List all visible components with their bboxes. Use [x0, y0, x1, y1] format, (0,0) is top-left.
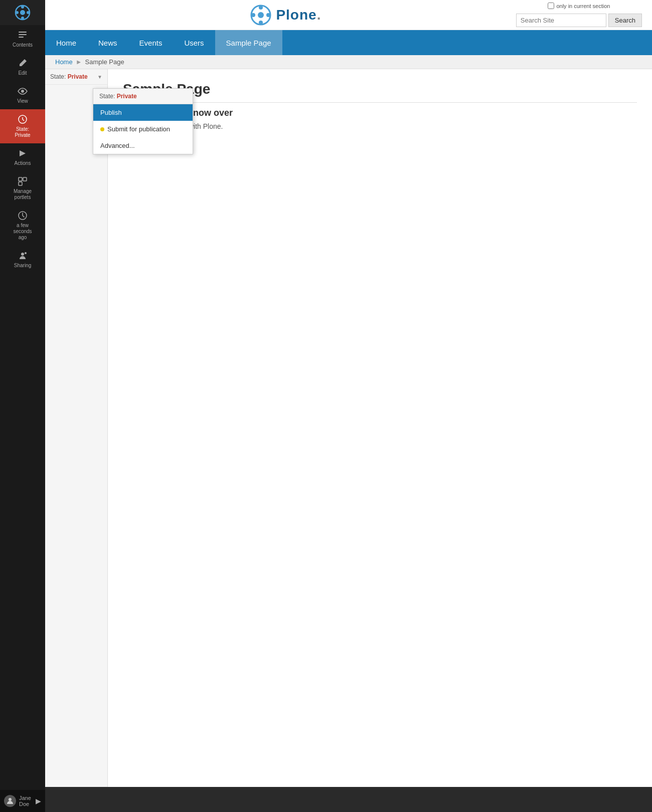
sidebar-item-sharing[interactable]: Sharing — [0, 246, 45, 274]
avatar — [4, 795, 16, 807]
state-dropdown-arrow: ▼ — [97, 74, 102, 80]
plone-logo-icon — [250, 4, 272, 26]
state-label: State: Private — [50, 73, 88, 80]
sidebar-edit-label: Edit — [18, 70, 27, 76]
search-button[interactable]: Search — [608, 14, 642, 27]
contents-icon — [18, 30, 28, 40]
page-body: Your new site is built with Plone. — [123, 122, 637, 130]
submit-label: Submit for publication — [107, 125, 170, 133]
plone-sidebar-icon — [15, 5, 31, 21]
dropdown-item-advanced[interactable]: Advanced... — [93, 137, 193, 154]
svg-rect-7 — [19, 34, 27, 35]
expand-arrow[interactable]: ▶ — [36, 797, 41, 805]
sharing-icon — [18, 251, 28, 261]
only-in-section-label: only in current section — [556, 3, 610, 9]
navbar: Home News Events Users Sample Page — [45, 30, 652, 55]
submit-dot — [100, 127, 104, 131]
svg-point-4 — [16, 11, 19, 14]
search-input[interactable] — [516, 14, 606, 27]
user-icon — [6, 797, 14, 805]
page-content: Sample Page The long wait is now over Yo… — [108, 69, 652, 787]
sidebar-item-view[interactable]: View — [0, 81, 45, 109]
svg-point-24 — [266, 13, 270, 17]
nav-home[interactable]: Home — [45, 30, 87, 55]
sidebar-item-edit[interactable]: Edit — [0, 53, 45, 81]
search-row: Search — [516, 14, 642, 27]
sidebar-state-label: State:Private — [15, 126, 30, 138]
sidebar-view-label: View — [17, 98, 28, 104]
sidebar-sharing-label: Sharing — [14, 263, 31, 269]
sidebar-portlets-label: Manageportlets — [14, 188, 32, 200]
svg-rect-13 — [23, 177, 27, 181]
breadcrumb-home[interactable]: Home — [55, 58, 73, 66]
state-value: Private — [68, 73, 88, 80]
svg-point-17 — [25, 252, 27, 254]
sidebar-item-contents[interactable]: Contents — [0, 25, 45, 53]
svg-rect-6 — [19, 32, 27, 33]
only-in-section-checkbox[interactable] — [548, 3, 554, 9]
sidebar-item-actions[interactable]: Actions — [0, 143, 45, 171]
advanced-label: Advanced... — [100, 142, 135, 149]
svg-point-22 — [259, 21, 263, 25]
svg-rect-14 — [19, 182, 22, 185]
logo-text: Plone. — [276, 7, 321, 23]
svg-rect-8 — [19, 37, 24, 38]
page-title: Sample Page — [123, 81, 637, 103]
toolbar-panel: State: Private ▼ State: Private Publish … — [45, 69, 108, 787]
user-name: Jane Doe — [19, 795, 33, 807]
svg-point-23 — [251, 13, 255, 17]
svg-point-20 — [258, 12, 264, 18]
svg-point-5 — [27, 11, 30, 14]
nav-news[interactable]: News — [87, 30, 128, 55]
dropdown-header-value: Private — [117, 93, 137, 100]
svg-point-3 — [21, 17, 24, 20]
state-dropdown: State: Private Publish Submit for public… — [93, 88, 193, 154]
page-subtitle: The long wait is now over — [123, 108, 637, 118]
sidebar-contents-label: Contents — [13, 42, 33, 48]
svg-point-2 — [21, 6, 24, 9]
nav-sample-page[interactable]: Sample Page — [215, 30, 282, 55]
logo-area: Plone. — [55, 4, 516, 26]
svg-point-18 — [9, 798, 12, 801]
sidebar-item-portlets[interactable]: Manageportlets — [0, 171, 45, 206]
sidebar-logo — [0, 0, 45, 25]
header: Plone. only in current section Search — [45, 0, 652, 30]
state-button[interactable]: State: Private ▼ — [45, 69, 107, 85]
portlets-icon — [18, 176, 28, 186]
edit-icon — [18, 58, 28, 68]
publish-label: Publish — [100, 109, 122, 116]
breadcrumb-current: Sample Page — [85, 58, 124, 66]
dropdown-item-submit[interactable]: Submit for publication — [93, 121, 193, 137]
sidebar-history-label: a fewsecondsago — [13, 223, 32, 241]
view-icon — [18, 86, 28, 96]
footer-bar — [45, 787, 652, 812]
sidebar: Contents Edit View State:Private Actions — [0, 0, 45, 812]
svg-rect-12 — [19, 177, 22, 181]
dropdown-item-publish[interactable]: Publish — [93, 104, 193, 121]
breadcrumb: Home ► Sample Page — [45, 55, 652, 69]
svg-point-16 — [21, 253, 24, 256]
actions-icon — [18, 148, 28, 158]
svg-marker-11 — [20, 150, 26, 156]
dropdown-header-prefix: State: Private — [99, 93, 137, 100]
svg-point-9 — [21, 90, 24, 93]
svg-point-21 — [259, 6, 263, 10]
sidebar-item-history[interactable]: a fewsecondsago — [0, 206, 45, 246]
main-area: Plone. only in current section Search Ho… — [45, 0, 652, 812]
breadcrumb-separator: ► — [76, 58, 82, 66]
nav-events[interactable]: Events — [128, 30, 174, 55]
sidebar-actions-label: Actions — [15, 160, 31, 166]
only-in-section-row: only in current section — [548, 3, 610, 9]
dropdown-header: State: Private — [93, 89, 193, 104]
sidebar-item-state[interactable]: State:Private — [0, 109, 45, 143]
header-search: only in current section Search — [516, 3, 642, 27]
history-icon — [18, 211, 28, 221]
content-area: State: Private ▼ State: Private Publish … — [45, 69, 652, 787]
sidebar-footer[interactable]: Jane Doe ▶ — [0, 790, 45, 812]
svg-point-1 — [20, 10, 25, 15]
nav-users[interactable]: Users — [173, 30, 215, 55]
state-icon — [18, 114, 28, 124]
